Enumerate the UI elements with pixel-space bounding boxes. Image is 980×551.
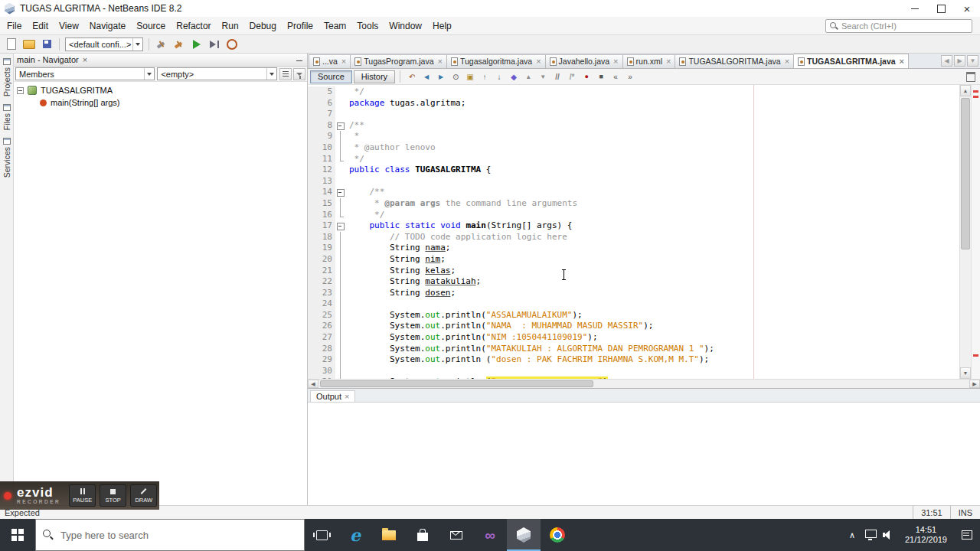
fold-collapse-icon[interactable] [335, 187, 346, 198]
code-line[interactable]: 22 String matakuliah; [308, 276, 959, 288]
code-line[interactable]: 14 /** [308, 187, 959, 198]
save-all-icon[interactable] [38, 37, 55, 52]
forward-icon[interactable] [434, 70, 448, 83]
editor-tab-javahello-java[interactable]: Javahello.java× [546, 54, 623, 68]
back-icon[interactable] [420, 70, 433, 83]
next-bookmark-icon[interactable] [492, 70, 506, 83]
taskbar-search-box[interactable] [35, 519, 305, 551]
start-button[interactable] [0, 519, 35, 551]
shift-left-icon[interactable] [609, 70, 622, 83]
code-line[interactable]: 30 [308, 366, 959, 377]
open-project-icon[interactable] [21, 37, 38, 52]
dock-tab-projects[interactable]: Projects [2, 58, 11, 96]
menu-run[interactable]: Run [217, 18, 244, 34]
show-hidden-icons-icon[interactable] [844, 529, 860, 541]
highlight-icon[interactable] [463, 70, 477, 83]
profile-project-icon[interactable] [224, 37, 240, 52]
new-file-icon[interactable] [3, 37, 20, 52]
output-tab[interactable]: Output × [310, 390, 355, 402]
minimize-panel-icon[interactable] [294, 55, 304, 64]
menu-debug[interactable]: Debug [244, 18, 282, 34]
tree-item[interactable]: main(String[] args) [14, 96, 307, 109]
comment-icon[interactable] [550, 70, 564, 83]
taskbar-clock[interactable]: 14:51 21/12/2019 [898, 525, 954, 545]
taskbar-app-netbeans[interactable] [507, 519, 541, 551]
editor-tab-tugasalgoritma-java[interactable]: TUGASALGORITMA.java× [675, 54, 794, 68]
run-configuration-select[interactable]: <default confi...> [65, 37, 143, 51]
fold-collapse-icon[interactable] [335, 220, 346, 232]
recorder-draw-button[interactable]: DRAW [130, 484, 157, 507]
code-line[interactable]: 13 [308, 176, 959, 187]
close-tab-icon[interactable]: × [345, 393, 349, 401]
code-line[interactable]: 6package tugas.algritma; [308, 98, 959, 109]
close-tab-icon[interactable]: × [341, 57, 346, 66]
last-edit-icon[interactable] [405, 70, 419, 83]
code-line[interactable]: 10 * @author lenovo [308, 142, 959, 154]
taskbar-app-mail[interactable] [439, 519, 473, 551]
previous-bookmark-icon[interactable] [478, 70, 492, 83]
close-tab-icon[interactable]: × [666, 57, 671, 66]
build-project-icon[interactable] [153, 37, 170, 52]
error-stripe-mark[interactable] [973, 90, 978, 93]
filter-icon[interactable] [293, 68, 305, 80]
editor-tab-tugasprogram-java[interactable]: TugasProgram.java× [351, 54, 447, 68]
error-stripe[interactable] [971, 85, 980, 379]
start-macro-icon[interactable] [580, 70, 593, 83]
code-line[interactable]: 11 */ [308, 154, 959, 165]
close-panel-icon[interactable]: × [83, 56, 87, 64]
close-tab-icon[interactable]: × [785, 57, 789, 66]
view-history-button[interactable]: History [354, 70, 395, 83]
code-line[interactable]: 20 String nim; [308, 254, 959, 266]
taskbar-app-chrome[interactable] [541, 519, 574, 551]
close-tab-icon[interactable]: × [900, 57, 904, 66]
ide-search-input[interactable] [841, 21, 969, 31]
dock-tab-services[interactable]: Services [2, 138, 11, 178]
code-line[interactable]: 21 String kelas; [308, 266, 959, 277]
task-view-button[interactable] [305, 519, 338, 551]
maximize-button[interactable] [928, 0, 954, 17]
navigator-scope-select[interactable]: <empty> [157, 67, 277, 80]
code-line[interactable]: 17 public static void main(String[] args… [308, 220, 959, 232]
scroll-left-icon[interactable]: ◀ [308, 380, 318, 388]
scrollbar-thumb[interactable] [961, 98, 970, 249]
scrollbar-track[interactable] [960, 96, 971, 367]
code-line[interactable]: 8/** [308, 120, 959, 132]
close-tab-icon[interactable]: × [438, 57, 443, 66]
scrollbar-thumb[interactable] [320, 380, 593, 387]
editor-tab-tugasalgoritma-java[interactable]: Tugasalgoritma.java× [447, 54, 546, 68]
code-line[interactable]: 7 [308, 109, 959, 120]
run-project-icon[interactable] [188, 37, 205, 52]
code-line[interactable]: 19 String nama; [308, 243, 959, 254]
collapse-handle-icon[interactable] [17, 87, 24, 94]
scroll-tabs-left-button[interactable]: ◀ [941, 55, 952, 67]
network-icon[interactable] [863, 529, 878, 541]
editor-tab-tugasalgritma-java[interactable]: TUGASALGRITMA.java× [794, 54, 909, 68]
toggle-split-icon[interactable] [964, 70, 978, 83]
view-source-button[interactable]: Source [310, 70, 352, 83]
stop-macro-icon[interactable] [594, 70, 608, 83]
taskbar-search-input[interactable] [60, 530, 297, 541]
editor-vertical-scrollbar[interactable]: ▲ ▼ [959, 85, 971, 379]
code-line[interactable]: 26 System.out.println("NAMA : MUHAMMAD M… [308, 321, 959, 332]
menu-team[interactable]: Team [318, 18, 351, 34]
uncomment-icon[interactable] [565, 70, 579, 83]
close-tab-icon[interactable]: × [613, 57, 618, 66]
fold-collapse-icon[interactable] [335, 120, 346, 132]
taskbar-app-store[interactable] [406, 519, 439, 551]
code-line[interactable]: 12public class TUGASALGRITMA { [308, 165, 959, 176]
code-line[interactable]: 29 System.out.println ("dosen : PAK FACH… [308, 354, 959, 366]
menu-window[interactable]: Window [384, 18, 427, 34]
scroll-right-icon[interactable]: ▶ [969, 380, 980, 388]
taskbar-app-edge[interactable] [338, 519, 372, 551]
code-line[interactable]: 16 */ [308, 210, 959, 221]
menu-navigate[interactable]: Navigate [84, 18, 131, 34]
code-line[interactable]: 25 System.out.println("ASSALAMUALAIKUM")… [308, 310, 959, 321]
clean-build-icon[interactable] [171, 37, 188, 52]
menu-help[interactable]: Help [427, 18, 457, 34]
recorder-pause-button[interactable]: PAUSE [69, 484, 96, 507]
volume-icon[interactable] [881, 529, 897, 541]
error-stripe-mark[interactable] [973, 354, 978, 357]
code-line[interactable]: 27 System.out.println("NIM :105044110901… [308, 332, 959, 344]
sort-by-name-icon[interactable] [279, 68, 292, 80]
debug-project-icon[interactable] [206, 37, 223, 52]
